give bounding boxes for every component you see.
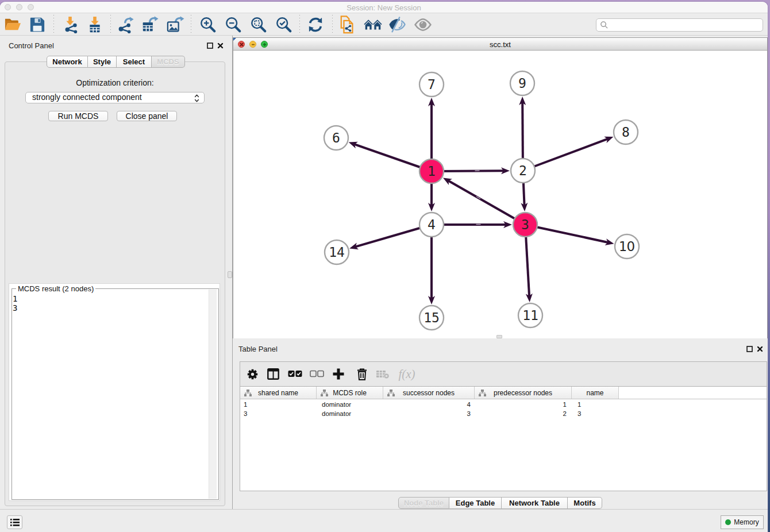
select-all-columns-icon[interactable] <box>287 367 302 381</box>
export-network-icon[interactable] <box>117 16 135 33</box>
edge-3-1[interactable] <box>448 180 525 225</box>
cell-successor-nodes: 3 <box>383 409 475 418</box>
network-window-title: scc.txt <box>233 40 767 49</box>
search-input[interactable] <box>596 18 763 32</box>
table-float-icon[interactable] <box>746 346 753 352</box>
table-tabs: Node Table Edge Table Network Table Moti… <box>398 497 602 509</box>
node-label-11: 11 <box>522 308 538 323</box>
graph-node-6[interactable]: 6 <box>324 126 348 150</box>
table-row[interactable]: 3 dominator 3 2 3 <box>240 409 767 418</box>
zoom-in-icon[interactable] <box>199 16 217 33</box>
graph-node-9[interactable]: 9 <box>510 71 534 95</box>
table-settings-icon[interactable] <box>245 367 260 381</box>
cell-name: 1 <box>572 400 619 409</box>
node-label-7: 7 <box>428 77 436 92</box>
table-close-icon[interactable] <box>757 346 763 352</box>
delete-table-icon-disabled <box>375 367 390 381</box>
task-history-button[interactable] <box>7 515 22 529</box>
graph-node-14[interactable]: 14 <box>325 240 349 264</box>
deselect-all-columns-icon[interactable] <box>309 367 324 381</box>
table-panel: Table Panel <box>233 340 768 509</box>
hide-selected-icon[interactable] <box>388 16 406 33</box>
cell-predecessor-nodes: 2 <box>475 409 572 418</box>
node-label-14: 14 <box>329 245 345 260</box>
column-header-name[interactable]: name <box>572 387 619 399</box>
graph-node-15[interactable]: 15 <box>419 306 444 330</box>
cell-mcds-role: dominator <box>317 400 383 409</box>
save-session-icon[interactable] <box>28 16 47 33</box>
run-mcds-button[interactable]: Run MCDS <box>48 111 108 121</box>
table-header-row: shared name MCDS role successor nodes pr… <box>240 386 767 399</box>
column-header-successor-nodes[interactable]: successor nodes <box>383 387 475 399</box>
main-toolbar <box>0 13 768 36</box>
tab-network-table[interactable]: Network Table <box>502 497 568 509</box>
export-image-icon[interactable] <box>166 16 184 33</box>
memory-button[interactable]: Memory <box>721 515 764 529</box>
tab-style[interactable]: Style <box>88 56 117 68</box>
result-scrollbar[interactable] <box>209 290 217 499</box>
column-header-predecessor-nodes[interactable]: predecessor nodes <box>475 387 572 399</box>
toolbar-separator <box>53 15 54 34</box>
add-column-icon[interactable] <box>331 367 346 381</box>
control-panel-title: Control Panel <box>9 41 54 50</box>
reset-view-icon[interactable] <box>364 16 382 33</box>
control-panel: Control Panel Network Style Select MCDS … <box>0 36 230 509</box>
search-icon <box>600 21 609 29</box>
zoom-out-icon[interactable] <box>224 16 242 33</box>
fx-label: f(x) <box>398 367 415 381</box>
column-header-shared-name[interactable]: shared name <box>240 387 317 399</box>
export-table-icon[interactable] <box>141 16 159 33</box>
tab-network[interactable]: Network <box>47 56 88 68</box>
horizontal-splitter-grip[interactable] <box>496 335 502 338</box>
criterion-dropdown[interactable]: strongly connected component <box>25 92 205 103</box>
network-canvas[interactable]: 7968124314101511 <box>233 51 767 338</box>
clone-network-icon[interactable] <box>338 16 357 33</box>
node-label-10: 10 <box>619 239 636 254</box>
graph-node-7[interactable]: 7 <box>419 72 444 97</box>
criterion-dropdown-value: strongly connected component <box>32 92 142 102</box>
graph-node-11[interactable]: 11 <box>518 303 542 327</box>
tab-select[interactable]: Select <box>117 56 152 68</box>
table-columns-icon[interactable] <box>265 367 280 381</box>
mcds-result-text[interactable]: 1 3 <box>13 294 17 313</box>
tab-mcds[interactable]: MCDS <box>152 56 185 68</box>
vertical-splitter-grip[interactable] <box>228 271 232 278</box>
column-label: successor nodes <box>403 389 455 397</box>
open-session-icon[interactable] <box>3 16 22 33</box>
graph-node-8[interactable]: 8 <box>614 120 638 144</box>
cell-shared-name: 3 <box>240 409 317 418</box>
table-row[interactable]: 1 dominator 4 1 1 <box>240 400 767 409</box>
import-table-icon[interactable] <box>86 16 104 33</box>
import-network-icon[interactable] <box>61 16 79 33</box>
tab-node-table[interactable]: Node Table <box>398 497 449 509</box>
close-panel-icon[interactable] <box>217 43 224 49</box>
apply-layout-icon[interactable] <box>306 16 325 33</box>
zoom-selected-icon[interactable] <box>275 16 293 33</box>
graph-node-1[interactable]: 1 <box>419 159 444 183</box>
graph-node-10[interactable]: 10 <box>615 234 639 259</box>
node-label-1: 1 <box>428 164 436 179</box>
tab-motifs[interactable]: Motifs <box>568 497 602 509</box>
tab-edge-table[interactable]: Edge Table <box>449 497 502 509</box>
close-panel-button[interactable]: Close panel <box>117 111 177 121</box>
graph-node-3[interactable]: 3 <box>513 213 537 237</box>
edge-3-10[interactable] <box>525 225 609 242</box>
network-window-titlebar: scc.txt <box>233 38 767 51</box>
window-titlebar: Session: New Session <box>0 2 768 13</box>
cell-shared-name: 1 <box>240 400 317 409</box>
window-title: Session: New Session <box>0 3 768 12</box>
node-label-6: 6 <box>332 130 340 145</box>
network-view-window: scc.txt 7968124314101511 <box>233 37 768 338</box>
float-panel-icon[interactable] <box>207 43 213 49</box>
zoom-fit-icon[interactable] <box>249 16 268 33</box>
delete-column-icon[interactable] <box>355 367 369 381</box>
column-label: name <box>586 389 603 397</box>
graph-node-4[interactable]: 4 <box>419 213 444 237</box>
network-graph: 7968124314101511 <box>233 51 767 338</box>
cell-mcds-role: dominator <box>317 409 383 418</box>
cell-successor-nodes: 4 <box>383 400 475 409</box>
edge-2-8[interactable] <box>523 138 609 171</box>
column-header-mcds-role[interactable]: MCDS role <box>317 387 383 399</box>
show-all-icon[interactable] <box>414 16 432 33</box>
graph-node-2[interactable]: 2 <box>511 159 535 183</box>
